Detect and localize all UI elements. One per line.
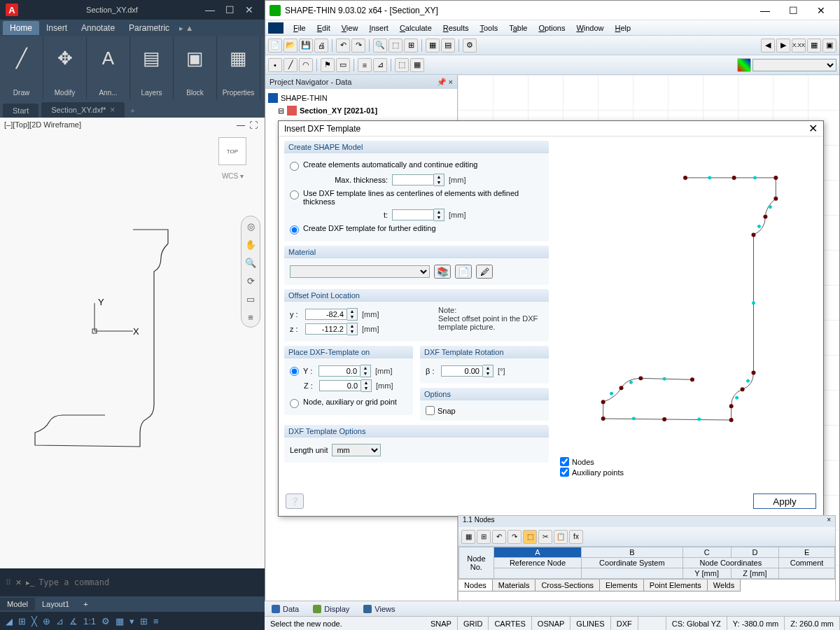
status-icon[interactable]: ╳ (30, 616, 38, 626)
tb-zoom-icon[interactable]: 🔍 (373, 38, 387, 52)
tb-selector[interactable] (752, 59, 836, 71)
status-grid[interactable]: GRID (458, 617, 489, 630)
ribbon-tab-annotate[interactable]: Annotate (74, 21, 122, 35)
ribbon-panel-annotation[interactable]: AAnn... (87, 36, 130, 99)
tb-icon[interactable]: ↶ (492, 530, 506, 544)
ribbon-tab-parametric[interactable]: Parametric (122, 21, 176, 35)
tb-icon[interactable]: ▤ (441, 38, 455, 52)
status-snap[interactable]: SNAP (425, 617, 458, 630)
databar-data[interactable]: Data (265, 603, 306, 615)
autocad-canvas[interactable]: [–][Top][2D Wireframe] — ⛶ TOP WCS ▾ ◎ ✋… (0, 118, 265, 568)
cmd-handle-icon[interactable]: ⠿ (6, 578, 11, 587)
tab-cross-sections[interactable]: Cross-Sections (536, 580, 600, 592)
radio-place-node[interactable] (290, 399, 299, 408)
menu-table[interactable]: Table (503, 22, 533, 34)
nav-more-icon[interactable]: ≡ (244, 310, 258, 324)
wcs-label[interactable]: WCS ▾ (222, 172, 244, 180)
ribbon-panel-properties[interactable]: ▦Properties (217, 36, 260, 99)
tree-project[interactable]: ⊟Section_XY [2021-01] (268, 104, 454, 117)
tb-icon[interactable]: ⬚ (395, 58, 409, 72)
nav-orbit-icon[interactable]: ⟳ (244, 274, 258, 288)
material-select[interactable] (290, 265, 430, 278)
tb-node-icon[interactable]: • (268, 58, 282, 72)
nodes-checkbox[interactable] (560, 457, 569, 466)
command-input[interactable] (38, 578, 259, 587)
nav-close-icon[interactable]: × (449, 78, 453, 86)
tb-icon[interactable]: ▦ (461, 530, 475, 544)
nodes-table[interactable]: NodeNo. A B C D E Reference Node Coordin… (458, 547, 835, 579)
layout-tab-add[interactable]: + (76, 598, 94, 610)
tb-icon[interactable]: ▦ (410, 58, 424, 72)
ribbon-panel-modify[interactable]: ✥Modify (43, 36, 87, 99)
tab-elements[interactable]: Elements (600, 580, 644, 592)
col-c[interactable]: C (682, 547, 731, 558)
st-close-button[interactable]: ✕ (807, 3, 835, 18)
status-icon[interactable]: ∡ (68, 616, 79, 626)
databar-display[interactable]: Display (306, 603, 356, 615)
length-unit-select[interactable]: mm (332, 444, 381, 456)
status-icon[interactable]: 1:1 (82, 616, 97, 626)
status-icon[interactable]: ▦ (114, 616, 125, 626)
help-button[interactable]: ❔ (286, 493, 304, 509)
ribbon-panel-draw[interactable]: ╱Draw (0, 36, 43, 99)
tab-close-icon[interactable]: × (110, 105, 115, 115)
tb-icon[interactable]: ⬚ (523, 530, 537, 544)
dialog-close-icon[interactable]: ✕ (808, 122, 818, 135)
status-icon[interactable]: ≡ (152, 616, 160, 626)
spin-up-icon[interactable]: ▲ (434, 209, 444, 215)
rotation-beta-input[interactable] (441, 365, 483, 377)
col-d[interactable]: D (731, 547, 778, 558)
tb-undo-icon[interactable]: ↶ (336, 38, 350, 52)
nav-zoom-icon[interactable]: 🔍 (244, 255, 258, 270)
dxf-preview[interactable] (560, 141, 818, 451)
ribbon-expand-icon[interactable]: ▸ ▲ (179, 24, 193, 33)
tb-xx-icon[interactable]: X.XX (792, 38, 806, 52)
tb-nav-prev-icon[interactable]: ◀ (761, 38, 775, 52)
tb-new-icon[interactable]: 📄 (268, 38, 282, 52)
st-min-button[interactable]: — (751, 3, 779, 18)
tb-icon[interactable]: ⊞ (477, 530, 491, 544)
viewport-label[interactable]: [–][Top][2D Wireframe] (4, 120, 81, 129)
menu-tools[interactable]: Tools (474, 22, 503, 34)
table-close-icon[interactable]: × (827, 516, 831, 527)
viewport-min-icon[interactable]: — (237, 120, 245, 130)
tb-icon[interactable]: ▭ (336, 58, 350, 72)
layout-tab-layout1[interactable]: Layout1 (35, 598, 76, 610)
thickness-t-input[interactable] (392, 209, 434, 220)
place-y-input[interactable] (318, 365, 360, 377)
tb-print-icon[interactable]: 🖨 (314, 38, 328, 52)
tab-nodes[interactable]: Nodes (458, 580, 493, 592)
status-icon[interactable]: ⊕ (41, 616, 52, 626)
menu-results[interactable]: Results (438, 22, 475, 34)
col-b[interactable]: B (582, 547, 682, 558)
status-osnap[interactable]: OSNAP (532, 617, 571, 630)
menu-view[interactable]: View (336, 22, 364, 34)
tb-icon[interactable]: ≡ (358, 58, 372, 72)
apply-button[interactable]: Apply (753, 493, 816, 509)
spin-down-icon[interactable]: ▼ (361, 386, 371, 391)
nav-pin-icon[interactable]: 📌 (437, 78, 447, 86)
tb-icon[interactable]: ↷ (507, 530, 522, 544)
radio-auto-create[interactable] (290, 162, 299, 171)
spin-down-icon[interactable]: ▼ (347, 329, 357, 335)
status-cartes[interactable]: CARTES (489, 617, 531, 630)
viewport-max-icon[interactable]: ⛶ (249, 120, 258, 130)
offset-z-input[interactable] (305, 323, 347, 335)
tb-icon[interactable]: ⬚ (388, 38, 402, 52)
spin-down-icon[interactable]: ▼ (360, 371, 370, 377)
status-icon[interactable]: ⊿ (55, 616, 65, 626)
spin-up-icon[interactable]: ▲ (483, 365, 493, 371)
tb-icon[interactable]: ▣ (822, 38, 836, 52)
tab-welds[interactable]: Welds (708, 580, 741, 592)
radio-centerlines[interactable] (290, 190, 299, 200)
radio-further-editing[interactable] (290, 225, 299, 234)
radio-place-y[interactable] (290, 367, 299, 376)
new-tab-button[interactable]: + (125, 104, 140, 118)
spin-up-icon[interactable]: ▲ (360, 365, 370, 371)
file-tab-section[interactable]: Section_XY.dxf*× (41, 102, 125, 118)
cmd-clear-icon[interactable]: ✕ (15, 578, 22, 587)
layout-tab-model[interactable]: Model (0, 598, 35, 610)
spin-up-icon[interactable]: ▲ (347, 309, 357, 314)
tb-line-icon[interactable]: ╱ (284, 58, 298, 72)
ribbon-tab-home[interactable]: Home (3, 21, 39, 35)
